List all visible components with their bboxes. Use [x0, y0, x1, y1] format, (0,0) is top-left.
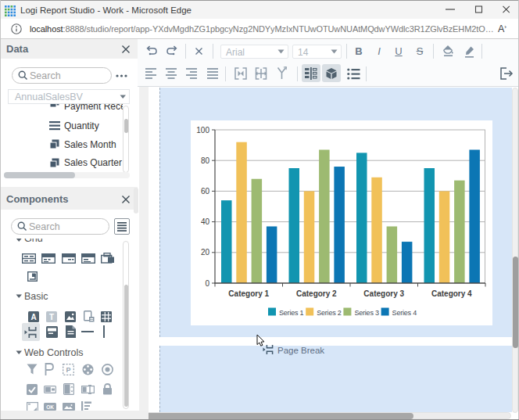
svg-text:OK: OK — [46, 404, 54, 410]
svg-text:60: 60 — [201, 187, 210, 196]
svg-text:Series 3: Series 3 — [354, 309, 379, 317]
svg-text:T: T — [49, 313, 54, 321]
svg-text:80: 80 — [201, 156, 210, 165]
svg-text:Category 3: Category 3 — [363, 289, 404, 298]
svg-text:40: 40 — [201, 217, 210, 226]
svg-text:Series 2: Series 2 — [317, 309, 342, 317]
svg-text:0: 0 — [205, 279, 209, 288]
svg-text:Category 4: Category 4 — [431, 289, 472, 298]
svg-text:Category 2: Category 2 — [296, 289, 337, 298]
svg-text:20: 20 — [201, 248, 210, 257]
svg-text:P: P — [66, 366, 70, 374]
svg-text:A: A — [30, 313, 36, 321]
svg-text:Series 4: Series 4 — [392, 309, 417, 317]
svg-text:100: 100 — [196, 126, 209, 135]
svg-text:Category 1: Category 1 — [228, 289, 269, 298]
svg-text:Series 1: Series 1 — [279, 309, 304, 317]
